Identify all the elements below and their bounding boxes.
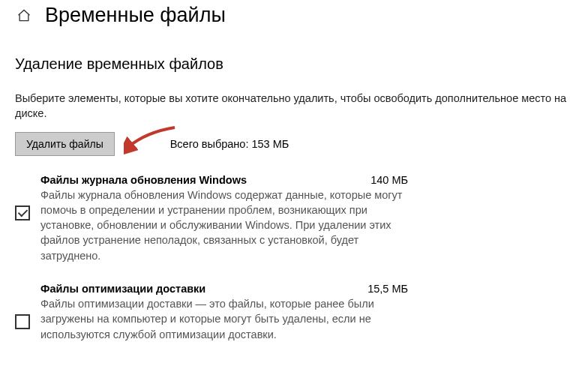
list-item: Файлы оптимизации доставки 15,5 МБ Файлы… — [15, 277, 573, 351]
item-size: 15,5 МБ — [368, 283, 408, 295]
item-checkbox[interactable] — [15, 206, 30, 220]
items-list: Файлы журнала обновления Windows 140 МБ … — [15, 168, 573, 351]
item-title: Файлы оптимизации доставки — [40, 283, 206, 295]
list-item: Файлы журнала обновления Windows 140 МБ … — [15, 168, 573, 272]
home-icon[interactable] — [15, 7, 33, 25]
page-title: Временные файлы — [45, 4, 226, 27]
delete-files-button[interactable]: Удалить файлы — [15, 132, 115, 156]
item-description: Файлы оптимизации доставки — это файлы, … — [40, 296, 408, 342]
total-selected-label: Всего выбрано: 153 МБ — [170, 138, 290, 150]
section-heading: Удаление временных файлов — [15, 56, 573, 73]
item-title: Файлы журнала обновления Windows — [40, 174, 247, 186]
item-checkbox[interactable] — [15, 314, 30, 329]
item-size: 140 МБ — [370, 174, 408, 186]
item-description: Файлы журнала обновления Windows содержа… — [40, 188, 408, 263]
annotation-arrow-icon — [124, 126, 176, 159]
instruction-text: Выберите элементы, которые вы хотите око… — [15, 91, 573, 122]
